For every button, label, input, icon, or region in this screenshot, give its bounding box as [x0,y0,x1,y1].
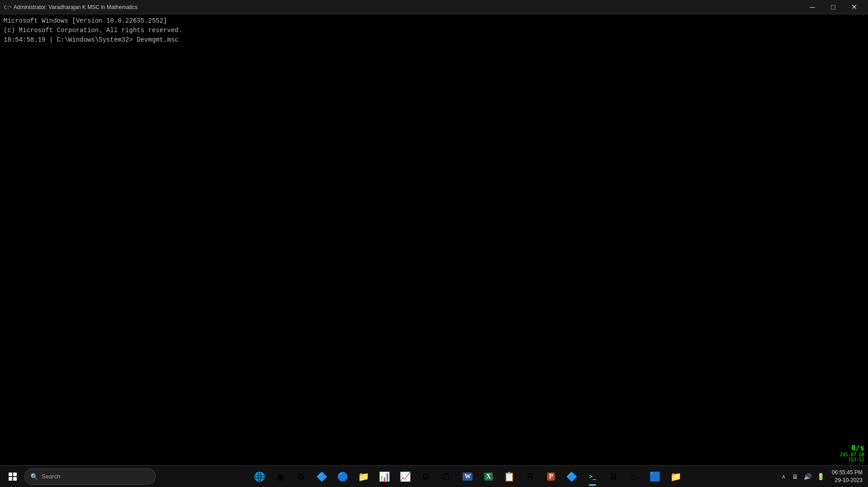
terminal-line: 18:54:58.19 | C:\Windows\System32> Devmg… [4,35,864,45]
taskbar-app-app11[interactable]: 🔷 [562,467,582,487]
terminal-line: (c) Microsoft Corporation. All rights re… [4,26,864,35]
title-bar-controls: ─ □ ✕ [802,0,864,14]
taskbar-app-app10[interactable]: R [520,467,540,487]
taskbar-app-excel[interactable]: X [478,467,498,487]
battery-icon[interactable]: 🔋 [815,472,826,481]
excel-icon: X [484,473,492,481]
app12-icon: 🖥 [609,472,618,481]
taskbar-app-powerpoint[interactable]: P [541,467,561,487]
taskbar-app-steam[interactable]: ♨ [624,467,644,487]
search-label: Search [42,473,60,480]
terminal-icon: >_ [589,473,596,479]
taskbar-apps: 🌐◉⚙🔷🔵📁📊📈⚙🗒WX📋RP🔷>_🖥♨🟦📁 [157,467,778,487]
app8-icon: ⚙ [422,472,430,481]
system-tray: ∧ 🖥 🔊 🔋 06:55:45 PM 29-10-2023 [780,468,865,485]
windows-icon [9,473,17,481]
taskbar-app-word[interactable]: W [458,467,477,487]
edge-icon: 🌐 [254,472,265,481]
minimize-button[interactable]: ─ [802,0,823,14]
tray-icons: 🖥 🔊 🔋 [790,472,826,481]
maximize-button[interactable]: □ [823,0,844,14]
taskbar-app-settings[interactable]: ⚙ [291,467,311,487]
powerpoint-icon: P [547,473,555,481]
title-bar: C:\ Administrator: Varadharajan K MSC in… [0,0,868,14]
taskbar-app-fileexplorer[interactable]: 📁 [353,467,373,487]
tray-chevron[interactable]: ∧ [780,473,787,481]
word-icon: W [463,473,472,481]
terminal-line: Microsoft Windows [Version 10.0.22635.25… [4,16,864,26]
network-icon[interactable]: 🖥 [790,472,800,481]
taskbar-app-app8[interactable]: ⚙ [416,467,436,487]
app9-icon: 📋 [504,472,515,481]
taskbar-app-terminal[interactable]: >_ [582,467,602,487]
chrome-icon: ◉ [277,472,284,481]
clock-time: 06:55:45 PM [832,469,863,477]
search-box[interactable]: 🔍 Search [24,468,156,485]
taskbar-app-app9[interactable]: 📋 [499,467,519,487]
app13-icon: 🟦 [649,472,661,481]
taskbar-app-chrome[interactable]: ◉ [270,467,290,487]
taskbar: 🔍 Search 🌐◉⚙🔷🔵📁📊📈⚙🗒WX📋RP🔷>_🖥♨🟦📁 ∧ 🖥 🔊 🔋 … [0,465,868,487]
app14-icon: 📁 [670,472,682,481]
azure-icon: 🔵 [337,472,348,481]
search-icon: 🔍 [30,473,38,480]
title-bar-left: C:\ Administrator: Varadharajan K MSC in… [4,4,138,11]
terminal-window[interactable]: Microsoft Windows [Version 10.0.22635.25… [0,14,868,465]
app7-icon: 📈 [400,472,411,481]
window-title: Administrator: Varadharajan K MSC in Mat… [14,4,138,10]
start-button[interactable] [3,467,23,487]
app6-icon: 📊 [379,472,390,481]
app10-icon: R [527,472,533,481]
taskbar-app-app7[interactable]: 📈 [395,467,415,487]
taskbar-app-azure[interactable]: 🔵 [333,467,353,487]
taskbar-app-powershell[interactable]: 🔷 [312,467,332,487]
taskbar-app-app6[interactable]: 📊 [374,467,394,487]
taskbar-app-app14[interactable]: 📁 [666,467,686,487]
close-button[interactable]: ✕ [844,0,864,14]
taskbar-app-edge[interactable]: 🌐 [249,467,269,487]
taskbar-app-notes[interactable]: 🗒 [437,467,457,487]
volume-icon[interactable]: 🔊 [802,472,813,481]
svg-text:C:\: C:\ [4,5,11,10]
steam-icon: ♨ [630,472,638,481]
cmd-icon: C:\ [4,4,11,11]
clock[interactable]: 06:55:45 PM 29-10-2023 [829,468,865,485]
taskbar-app-app12[interactable]: 🖥 [603,467,623,487]
powershell-icon: 🔷 [316,472,328,481]
settings-icon: ⚙ [297,472,305,481]
taskbar-app-app13[interactable]: 🟦 [645,467,665,487]
clock-date: 29-10-2023 [832,477,863,484]
app11-icon: 🔷 [566,472,577,481]
notes-icon: 🗒 [442,472,451,481]
fileexplorer-icon: 📁 [358,472,369,481]
